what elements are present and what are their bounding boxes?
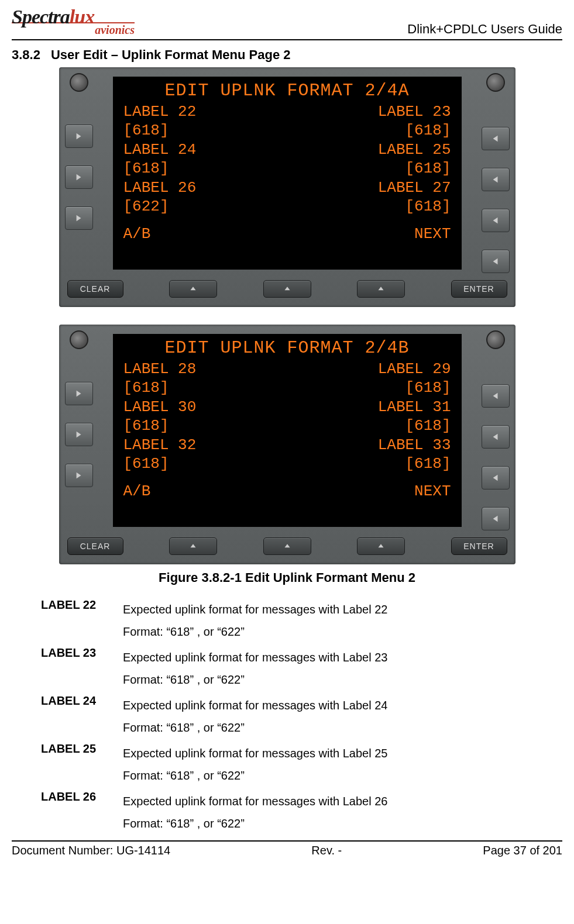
definition-desc: Expected uplink format for messages with… (123, 598, 539, 643)
screen-footer-row: A/BNEXT (123, 482, 451, 501)
rocker-button[interactable] (263, 280, 311, 298)
footer-right: Page 37 of 201 (483, 844, 562, 857)
screen-cell-right: [618] (405, 197, 451, 216)
definition-row: LABEL 23Expected uplink format for messa… (41, 646, 539, 691)
page-header: Spectralux avionics Dlink+CPDLC Users Gu… (12, 6, 562, 40)
screen-cell-right: LABEL 23 (378, 102, 451, 122)
annunciator-light (70, 73, 88, 92)
screen-cell-left: LABEL 26 (123, 178, 197, 198)
definition-term: LABEL 24 (41, 694, 123, 739)
screen-cell-left: [618] (123, 454, 169, 474)
line-select-key-right[interactable] (482, 384, 510, 408)
line-select-key-left[interactable] (65, 166, 93, 189)
annunciator-light (486, 73, 505, 92)
screen-footer-row: A/BNEXT (123, 225, 451, 244)
enter-button[interactable]: ENTER (451, 537, 507, 555)
definition-term: LABEL 25 (41, 742, 123, 787)
screen-row: [618][618] (123, 121, 451, 140)
line-select-key-left[interactable] (65, 206, 93, 230)
line-select-key-next[interactable] (482, 507, 510, 530)
screen-title: EDIT UPLNK FORMAT 2/4A (123, 80, 451, 102)
line-select-key-next[interactable] (482, 250, 510, 273)
screen-cell-right: LABEL 25 (378, 140, 451, 160)
screen-cell-left: [618] (123, 416, 169, 436)
screen-foot-right: NEXT (414, 482, 451, 501)
definition-row: LABEL 22Expected uplink format for messa… (41, 598, 539, 643)
definition-term: LABEL 23 (41, 646, 123, 691)
line-select-key-right[interactable] (482, 466, 510, 489)
screen-cell-left: LABEL 22 (123, 102, 197, 122)
screen-foot-left: A/B (123, 225, 151, 244)
screen-cell-right: [618] (405, 159, 451, 178)
line-select-key-left[interactable] (65, 125, 93, 148)
logo: Spectralux avionics (12, 6, 138, 37)
screen-row: LABEL 28LABEL 29 (123, 360, 451, 379)
rocker-button[interactable] (357, 537, 405, 555)
screen-row: LABEL 22LABEL 23 (123, 102, 451, 122)
rocker-button[interactable] (169, 280, 217, 298)
screen-row: [618][618] (123, 159, 451, 178)
screen-row: [618][618] (123, 378, 451, 398)
screen-cell-left: [622] (123, 197, 169, 216)
screen-title: EDIT UPLNK FORMAT 2/4B (123, 337, 451, 360)
document-title: Dlink+CPDLC Users Guide (407, 22, 562, 37)
line-select-key-right[interactable] (482, 425, 510, 449)
screen-cell-right: [618] (405, 416, 451, 436)
screen-row: LABEL 24LABEL 25 (123, 140, 451, 160)
definition-row: LABEL 26Expected uplink format for messa… (41, 790, 539, 835)
clear-button[interactable]: CLEAR (67, 280, 123, 298)
footer-center: Rev. - (311, 844, 342, 857)
footer-left: Document Number: UG-14114 (12, 844, 170, 857)
screen-row: [618][618] (123, 416, 451, 436)
screen-row: LABEL 30LABEL 31 (123, 398, 451, 417)
mcdu-bezel: EDIT UPLNK FORMAT 2/4BLABEL 28LABEL 29[6… (59, 325, 515, 564)
screen-foot-right: NEXT (414, 225, 451, 244)
definition-desc: Expected uplink format for messages with… (123, 742, 539, 787)
line-select-key-left[interactable] (65, 423, 93, 446)
screen-row: [618][618] (123, 454, 451, 474)
screen-cell-left: [618] (123, 378, 169, 398)
screen-cell-right: LABEL 27 (378, 178, 451, 198)
screen-cell-right: [618] (405, 121, 451, 140)
screen-cell-left: [618] (123, 159, 169, 178)
section-heading: 3.8.2User Edit – Uplink Format Menu Page… (12, 47, 562, 63)
definition-desc: Expected uplink format for messages with… (123, 694, 539, 739)
screen-cell-left: LABEL 32 (123, 436, 197, 455)
screen-cell-left: LABEL 24 (123, 140, 197, 160)
definition-desc: Expected uplink format for messages with… (123, 646, 539, 691)
mcdu-bezel: EDIT UPLNK FORMAT 2/4ALABEL 22LABEL 23[6… (59, 67, 515, 307)
figure-caption: Figure 3.8.2-1 Edit Uplink Formant Menu … (12, 570, 562, 585)
mcdu-screen: EDIT UPLNK FORMAT 2/4BLABEL 28LABEL 29[6… (113, 334, 462, 527)
definition-term: LABEL 22 (41, 598, 123, 643)
definition-row: LABEL 25Expected uplink format for messa… (41, 742, 539, 787)
clear-button[interactable]: CLEAR (67, 537, 123, 555)
logo-text-a: Spectra (12, 6, 70, 27)
definition-row: LABEL 24Expected uplink format for messa… (41, 694, 539, 739)
line-select-key-right[interactable] (482, 209, 510, 232)
definition-term: LABEL 26 (41, 790, 123, 835)
section-title: User Edit – Uplink Format Menu Page 2 (51, 47, 291, 62)
screen-cell-left: LABEL 30 (123, 398, 197, 417)
rocker-button[interactable] (357, 280, 405, 298)
screen-cell-right: LABEL 29 (378, 360, 451, 379)
rocker-button[interactable] (263, 537, 311, 555)
screen-row: [622][618] (123, 197, 451, 216)
mcdu-screen: EDIT UPLNK FORMAT 2/4ALABEL 22LABEL 23[6… (113, 77, 462, 270)
page-footer: Document Number: UG-14114 Rev. - Page 37… (12, 840, 562, 857)
annunciator-light (486, 330, 505, 349)
screen-cell-left: LABEL 28 (123, 360, 197, 379)
enter-button[interactable]: ENTER (451, 280, 507, 298)
screen-row: LABEL 26LABEL 27 (123, 178, 451, 198)
definitions-list: LABEL 22Expected uplink format for messa… (41, 598, 539, 835)
line-select-key-left[interactable] (65, 382, 93, 405)
rocker-button[interactable] (169, 537, 217, 555)
screen-cell-right: LABEL 33 (378, 436, 451, 455)
line-select-key-right[interactable] (482, 127, 510, 150)
screen-cell-right: [618] (405, 378, 451, 398)
line-select-key-left[interactable] (65, 464, 93, 487)
screen-row: LABEL 32LABEL 33 (123, 436, 451, 455)
line-select-key-right[interactable] (482, 168, 510, 191)
logo-text-b: lux (70, 6, 94, 27)
screen-foot-left: A/B (123, 482, 151, 501)
screen-cell-right: [618] (405, 454, 451, 474)
